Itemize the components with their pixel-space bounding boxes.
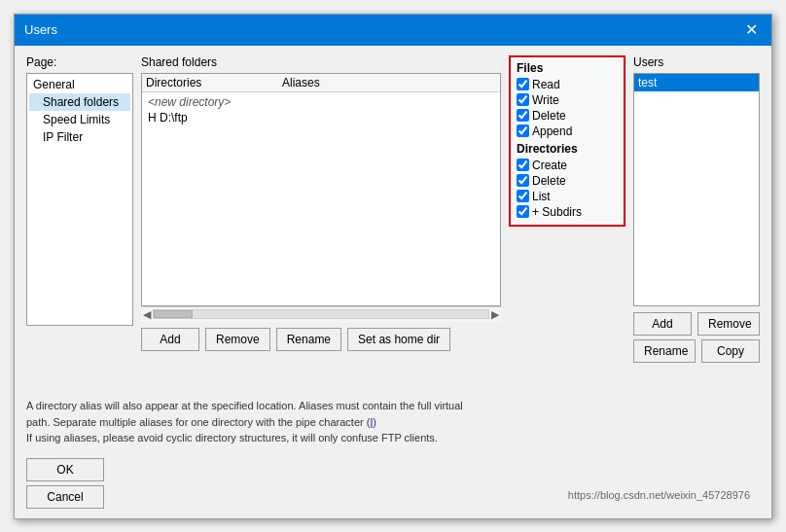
perm-dir-delete-label: Delete — [532, 174, 566, 188]
perm-dir-list-checkbox[interactable] — [517, 190, 529, 202]
ok-button[interactable]: OK — [26, 458, 104, 481]
perm-dir-create-label: Create — [532, 159, 567, 172]
shared-folders-label: Shared folders — [141, 55, 501, 69]
perm-dir-create-checkbox[interactable] — [517, 159, 529, 171]
users-panel: Users test Add Remove Rename Copy — [633, 55, 760, 387]
folders-table: Directories Aliases <new directory> H D:… — [141, 73, 501, 306]
sidebar: Page: General Shared folders Speed Limit… — [26, 55, 133, 387]
users-btn-row-2: Rename Copy — [633, 339, 760, 363]
perm-delete-checkbox[interactable] — [517, 109, 529, 122]
sidebar-label: Page: — [26, 55, 133, 69]
info-line-2: path. Separate multiple aliases for one … — [26, 414, 760, 431]
close-button[interactable]: ✕ — [741, 22, 762, 38]
dialog-body: Page: General Shared folders Speed Limit… — [15, 46, 771, 518]
permissions-panel: Files Read Write Delete — [509, 55, 625, 227]
col-directories-header: Directories — [146, 76, 282, 89]
perm-dir-subdirs: + Subdirs — [517, 205, 618, 219]
scrollbar-thumb — [154, 310, 193, 318]
perm-read-checkbox[interactable] — [517, 78, 529, 90]
title-bar: Users ✕ — [15, 15, 771, 46]
users-copy-button[interactable]: Copy — [701, 339, 760, 363]
folders-rename-button[interactable]: Rename — [276, 328, 341, 351]
perm-append-checkbox[interactable] — [517, 124, 529, 137]
perm-delete-label: Delete — [532, 109, 566, 123]
horizontal-scrollbar[interactable] — [153, 309, 489, 319]
perm-write-label: Write — [532, 93, 559, 107]
perm-dir-list: List — [517, 190, 618, 203]
dirs-title: Directories — [517, 142, 618, 156]
folders-table-header: Directories Aliases — [142, 74, 500, 92]
sidebar-item-shared-folders[interactable]: Shared folders — [29, 93, 130, 111]
watermark: https://blog.csdn.net/weixin_45728976 — [568, 489, 750, 501]
users-list: test — [633, 73, 760, 306]
users-remove-button[interactable]: Remove — [697, 312, 760, 336]
col-aliases-header: Aliases — [282, 76, 496, 89]
directory-label: H D:\ftp — [148, 111, 188, 124]
sidebar-list: General Shared folders Speed Limits IP F… — [26, 73, 133, 326]
scroll-right-arrow[interactable]: ▶ — [489, 308, 499, 321]
perm-write: Write — [517, 93, 618, 107]
users-add-button[interactable]: Add — [633, 312, 692, 336]
perm-append: Append — [517, 124, 618, 138]
sidebar-item-speed-limits[interactable]: Speed Limits — [29, 111, 130, 128]
users-btn-row-1: Add Remove — [633, 312, 760, 336]
perm-append-label: Append — [532, 124, 572, 138]
perm-dir-list-label: List — [532, 190, 551, 203]
users-buttons: Add Remove Rename Copy — [633, 312, 760, 363]
dialog-title: Users — [24, 22, 57, 37]
info-text: A directory alias will also appear at th… — [26, 394, 760, 450]
sidebar-item-ip-filter[interactable]: IP Filter — [29, 128, 130, 146]
shared-folders-panel: Shared folders Directories Aliases <new … — [141, 55, 501, 387]
scrollbar-area: ◀ ▶ — [141, 306, 501, 322]
folders-remove-button[interactable]: Remove — [205, 328, 270, 351]
folders-add-button[interactable]: Add — [141, 328, 199, 351]
perm-dir-subdirs-label: + Subdirs — [532, 205, 582, 219]
directory-row[interactable]: H D:\ftp — [146, 110, 496, 125]
dialog-content-wrapper: Page: General Shared folders Speed Limit… — [26, 55, 760, 509]
folders-buttons: Add Remove Rename Set as home dir — [141, 328, 501, 351]
pipe-char: | — [370, 416, 373, 428]
folders-table-body: <new directory> H D:\ftp — [142, 92, 500, 127]
perm-dir-create: Create — [517, 159, 618, 172]
info-line-3: If using aliases, please avoid cyclic di… — [26, 430, 760, 446]
main-content: Page: General Shared folders Speed Limit… — [26, 55, 760, 387]
cancel-button[interactable]: Cancel — [26, 485, 104, 509]
new-directory-row[interactable]: <new directory> — [146, 94, 496, 110]
perm-delete: Delete — [517, 109, 618, 123]
users-panel-label: Users — [633, 55, 760, 69]
perm-write-checkbox[interactable] — [517, 93, 529, 106]
perm-dir-delete-checkbox[interactable] — [517, 174, 529, 187]
perm-read-label: Read — [532, 78, 560, 91]
bottom-buttons: OK Cancel — [26, 458, 760, 509]
perm-dir-delete: Delete — [517, 174, 618, 188]
folders-set-home-button[interactable]: Set as home dir — [347, 328, 450, 351]
perm-read: Read — [517, 78, 618, 91]
user-item-test[interactable]: test — [634, 74, 759, 91]
users-rename-button[interactable]: Rename — [633, 339, 696, 363]
info-line-1: A directory alias will also appear at th… — [26, 398, 760, 414]
sidebar-item-general[interactable]: General — [29, 76, 130, 93]
users-dialog: Users ✕ Page: General Shared folders Spe… — [14, 14, 772, 519]
perm-dir-subdirs-checkbox[interactable] — [517, 205, 529, 218]
files-title: Files — [517, 61, 618, 75]
scroll-left-arrow[interactable]: ◀ — [143, 308, 153, 321]
